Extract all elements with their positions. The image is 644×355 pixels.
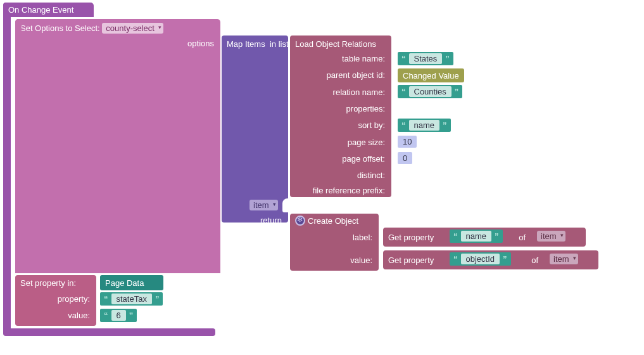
lbl-relation-name: relation name:	[291, 87, 385, 97]
val-table-name-text: States	[409, 53, 443, 64]
event-title: On Change Event	[8, 5, 73, 15]
item-var-dropdown[interactable]: item	[249, 200, 278, 210]
create-object-title: Create Object	[308, 216, 358, 226]
val-sort-by-text: name	[409, 120, 440, 131]
lbl-sort-by: sort by:	[291, 120, 385, 130]
set-options-label: Set Options to Select:	[20, 23, 100, 33]
options-port-label: options	[176, 39, 214, 48]
in-list-label: in list:	[270, 39, 291, 49]
val-property-value[interactable]: “ 6 ”	[100, 309, 137, 322]
quote-icon: ”	[502, 254, 508, 264]
val-parent-object-id[interactable]: Changed Value	[398, 68, 464, 82]
get-property-value-prop-text: objectId	[461, 254, 500, 264]
set-property-title: Set property in:	[20, 278, 76, 288]
select-dropdown[interactable]: county-select	[102, 23, 163, 34]
quote-icon: ”	[154, 294, 161, 304]
lbl-distinct: distinct:	[291, 171, 385, 180]
lbl-table-name: table name:	[291, 54, 385, 63]
lbl-co-value: value:	[291, 255, 372, 265]
get-property-label-prop[interactable]: “ name ”	[450, 229, 503, 243]
val-relation-name-text: Counties	[409, 86, 451, 97]
val-parent-object-id-text: Changed Value	[403, 71, 459, 81]
lbl-properties: properties:	[291, 104, 385, 113]
item-slot[interactable]	[282, 198, 390, 212]
get-property-label-var-text: item	[541, 231, 557, 241]
quote-icon: “	[400, 120, 407, 130]
get-property-value-prop[interactable]: “ objectId ”	[450, 252, 511, 266]
get-property-label-var[interactable]: item	[537, 231, 565, 242]
event-header[interactable]: On Change Event	[3, 3, 94, 17]
get-property-label-of: of	[513, 233, 526, 242]
quote-icon: “	[103, 311, 110, 320]
quote-icon: “	[400, 87, 407, 96]
val-property-name-text: stateTax	[111, 294, 152, 304]
val-page-size-text: 10	[403, 137, 412, 146]
val-table-name[interactable]: “ States ”	[398, 52, 453, 65]
lbl-sp-value: value:	[15, 311, 90, 320]
map-items-title: Map Items	[227, 39, 265, 49]
map-items-block[interactable]: Map Items in list:	[222, 36, 288, 223]
lbl-parent-object-id: parent object id:	[291, 70, 385, 80]
quote-icon: ”	[453, 87, 460, 96]
val-property-name[interactable]: “ stateTax ”	[100, 292, 163, 306]
item-var-value: item	[253, 200, 269, 210]
quote-icon: “	[452, 254, 459, 264]
quote-icon: ”	[493, 231, 500, 241]
lbl-file-ref-prefix: file reference prefix:	[291, 186, 385, 195]
lbl-page-offset: page offset:	[291, 154, 385, 164]
gear-icon[interactable]	[295, 216, 305, 226]
return-label: return	[247, 216, 282, 225]
quote-icon: “	[452, 231, 459, 241]
get-property-label-prop-text: name	[461, 231, 492, 242]
get-property-title: Get property	[388, 233, 434, 242]
val-page-offset-text: 0	[403, 153, 407, 163]
lbl-sp-property: property:	[15, 294, 90, 304]
quote-icon: “	[400, 54, 407, 63]
quote-icon: ”	[441, 120, 448, 130]
get-property-title-2: Get property	[388, 255, 434, 265]
quote-icon: “	[103, 294, 110, 304]
val-property-value-text: 6	[111, 310, 126, 321]
get-property-value-var[interactable]: item	[550, 254, 578, 264]
load-relations-title: Load Object Relations	[295, 39, 376, 49]
page-data-target[interactable]: Page Data	[100, 275, 163, 290]
quote-icon: ”	[128, 311, 135, 320]
page-data-text: Page Data	[105, 278, 144, 288]
quote-icon: ”	[444, 54, 451, 63]
val-page-size[interactable]: 10	[398, 136, 417, 148]
lbl-page-size: page size:	[291, 138, 385, 147]
set-options-block[interactable]: Set Options to Select: county-select	[15, 19, 220, 273]
lbl-co-label: label:	[291, 233, 372, 242]
get-property-value-of: of	[526, 255, 538, 265]
val-relation-name[interactable]: “ Counties ”	[398, 85, 462, 98]
val-sort-by[interactable]: “ name ”	[398, 119, 451, 132]
val-page-offset[interactable]: 0	[398, 152, 412, 164]
select-dropdown-value: county-select	[106, 23, 155, 33]
get-property-value-var-text: item	[553, 254, 569, 264]
